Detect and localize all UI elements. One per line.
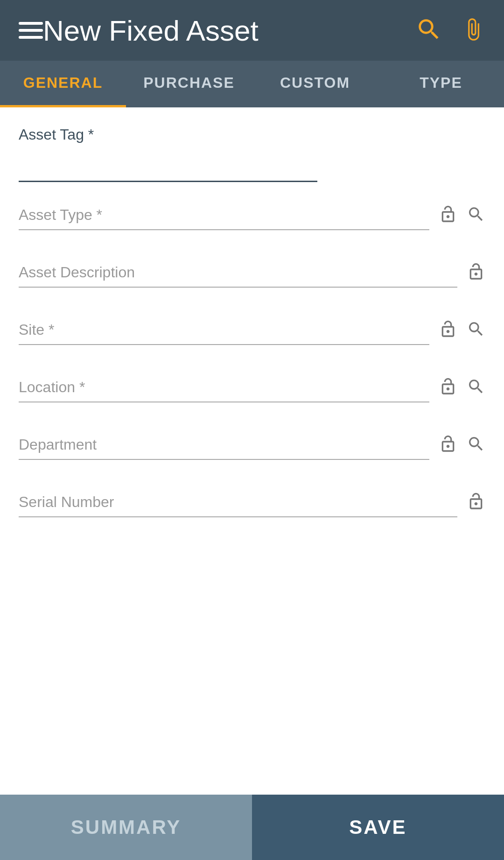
- tab-general[interactable]: GENERAL: [0, 61, 126, 107]
- serial-number-input-wrap: [19, 488, 457, 517]
- asset-type-lock-icon[interactable]: [439, 204, 457, 226]
- location-search-icon[interactable]: [467, 377, 485, 398]
- tab-type[interactable]: TYPE: [378, 61, 504, 107]
- summary-button[interactable]: SUMMARY: [0, 795, 252, 860]
- search-icon[interactable]: [415, 16, 442, 45]
- department-search-icon[interactable]: [467, 435, 485, 455]
- site-search-icon[interactable]: [467, 320, 485, 340]
- asset-tag-section: Asset Tag *: [0, 107, 504, 182]
- asset-description-input[interactable]: [19, 258, 457, 288]
- field-asset-description: [19, 258, 485, 288]
- field-asset-type: [19, 201, 485, 230]
- serial-number-icons: [467, 491, 485, 517]
- save-button[interactable]: SAVE: [252, 795, 504, 860]
- field-site: [19, 316, 485, 345]
- asset-type-icons: [439, 204, 485, 230]
- menu-bar-1: [19, 22, 43, 25]
- location-input[interactable]: [19, 373, 429, 402]
- tab-custom[interactable]: CUSTOM: [252, 61, 378, 107]
- location-icons: [439, 376, 485, 402]
- field-department: [19, 430, 485, 460]
- attachment-icon[interactable]: [461, 16, 485, 45]
- asset-type-input-wrap: [19, 201, 429, 230]
- site-lock-icon[interactable]: [439, 319, 457, 341]
- asset-type-input[interactable]: [19, 201, 429, 230]
- serial-number-input[interactable]: [19, 488, 457, 517]
- asset-description-lock-icon[interactable]: [467, 261, 485, 284]
- field-serial-number: [19, 488, 485, 517]
- field-location: [19, 373, 485, 402]
- page-title: New Fixed Asset: [43, 14, 415, 47]
- menu-button[interactable]: [19, 22, 43, 39]
- asset-description-input-wrap: [19, 258, 457, 288]
- asset-tag-input[interactable]: [19, 150, 317, 182]
- footer: SUMMARY SAVE: [0, 795, 504, 860]
- asset-type-search-icon[interactable]: [467, 205, 485, 226]
- site-icons: [439, 319, 485, 345]
- menu-bar-3: [19, 36, 43, 39]
- site-input-wrap: [19, 316, 429, 345]
- form-container: [0, 182, 504, 517]
- header-actions: [415, 16, 485, 45]
- tabs-bar: GENERAL PURCHASE CUSTOM TYPE: [0, 61, 504, 107]
- site-input[interactable]: [19, 316, 429, 345]
- tab-purchase[interactable]: PURCHASE: [126, 61, 252, 107]
- department-input[interactable]: [19, 430, 429, 460]
- header: New Fixed Asset: [0, 0, 504, 61]
- asset-tag-label: Asset Tag *: [19, 126, 485, 143]
- department-icons: [439, 434, 485, 460]
- menu-bar-2: [19, 29, 43, 32]
- serial-number-lock-icon[interactable]: [467, 491, 485, 514]
- asset-description-icons: [467, 261, 485, 288]
- department-input-wrap: [19, 430, 429, 460]
- location-input-wrap: [19, 373, 429, 402]
- location-lock-icon[interactable]: [439, 376, 457, 399]
- department-lock-icon[interactable]: [439, 434, 457, 456]
